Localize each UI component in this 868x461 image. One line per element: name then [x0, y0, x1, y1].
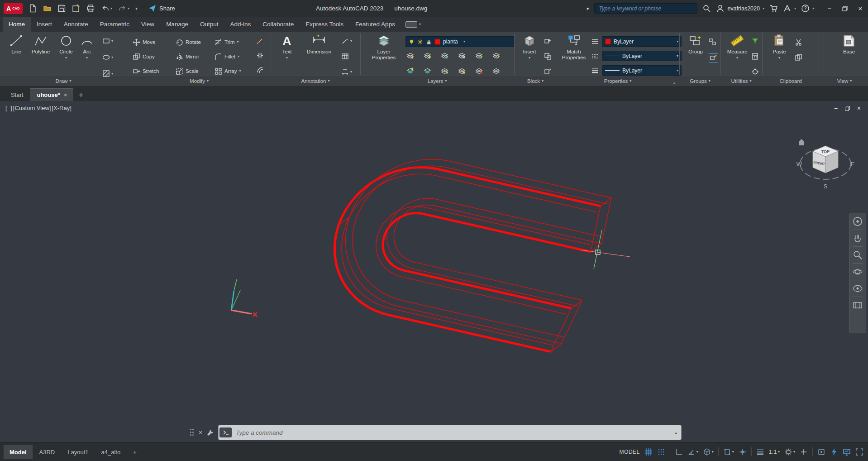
chevron-down-icon[interactable]: ▾	[239, 69, 241, 73]
minimize-button[interactable]: −	[822, 0, 837, 17]
tab-insert[interactable]: Insert	[31, 17, 58, 32]
command-input-field[interactable]: ▴	[218, 425, 682, 440]
draw-panel-label[interactable]: Draw▾	[56, 76, 72, 86]
fillet-button[interactable]: Fillet ▾	[215, 52, 239, 62]
layout-tab-a4-alto[interactable]: a4_alto	[95, 445, 127, 459]
tab-home[interactable]: Home	[3, 17, 31, 32]
chevron-down-icon[interactable]: ▾	[778, 56, 780, 60]
cut-clip-button[interactable]	[795, 38, 802, 46]
compass-east-label[interactable]: E	[851, 161, 855, 168]
ortho-mode-toggle[interactable]	[675, 448, 683, 456]
chevron-down-icon[interactable]: ▾	[128, 7, 129, 10]
hatch-tool-button[interactable]: ▾	[102, 70, 113, 77]
block-panel-label[interactable]: Block▾	[527, 76, 544, 86]
chevron-down-icon[interactable]: ▾	[736, 56, 738, 60]
compass-south-label[interactable]: S	[824, 183, 828, 190]
dimension-button[interactable]: Dimension	[300, 34, 338, 55]
new-file-icon[interactable]	[29, 4, 37, 13]
layer-unlock-button[interactable]	[458, 67, 466, 75]
undo-control[interactable]: ▾	[101, 4, 112, 13]
layer-properties-button[interactable]: Layer Properties	[365, 34, 403, 61]
ellipse-tool-button[interactable]: ▾	[102, 53, 113, 61]
ribbon-display-toggle[interactable]: ▾	[405, 17, 421, 32]
quick-select-button[interactable]	[751, 37, 759, 45]
properties-list-icon[interactable]	[591, 38, 599, 45]
performance-monitor-control[interactable]	[843, 448, 851, 456]
layer-lock-icon[interactable]	[426, 39, 432, 45]
stretch-button[interactable]: Stretch	[133, 66, 159, 76]
mirror-button[interactable]: Mirror	[176, 52, 199, 62]
share-button[interactable]: Share	[148, 4, 175, 13]
layer-walk-button[interactable]	[424, 67, 431, 75]
layer-freeze-sun-icon[interactable]	[417, 39, 423, 45]
match-properties-button[interactable]: Match Properties	[559, 34, 588, 61]
grid-display-toggle[interactable]	[644, 448, 653, 456]
look-icon[interactable]	[852, 283, 863, 294]
app-store-cart-icon[interactable]	[769, 4, 778, 13]
viewport-view-control[interactable]: [Custom View]	[13, 105, 51, 111]
lineweight-display-toggle[interactable]	[756, 448, 764, 456]
layers-panel-label[interactable]: Layers▾	[428, 76, 447, 86]
id-point-button[interactable]	[751, 68, 759, 76]
utilities-panel-label[interactable]: Utilities▾	[731, 76, 751, 86]
polar-tracking-toggle[interactable]: ▾	[687, 448, 698, 456]
command-line-bar[interactable]: × ▴	[190, 425, 682, 440]
group-button[interactable]: Group	[683, 34, 708, 55]
pan-icon[interactable]	[852, 233, 863, 244]
tab-parametric[interactable]: Parametric	[94, 17, 135, 32]
table-button[interactable]	[341, 53, 349, 60]
tab-annotate[interactable]: Annotate	[58, 17, 94, 32]
chevron-down-icon[interactable]: ▾	[529, 56, 530, 60]
layout-tab-model[interactable]: Model	[4, 445, 33, 459]
viewport-minimize-icon[interactable]: −	[834, 105, 838, 112]
paste-button[interactable]: Paste ▾	[767, 34, 792, 60]
base-view-button[interactable]: Base	[835, 34, 863, 55]
help-menu[interactable]: ? ▾	[801, 4, 814, 13]
open-folder-icon[interactable]	[43, 4, 52, 13]
qat-customize-icon[interactable]: ▾	[135, 6, 138, 11]
tab-addins[interactable]: Add-ins	[224, 17, 257, 32]
file-tab-uhouse[interactable]: uhouse* ×	[30, 88, 73, 101]
polyline-button[interactable]: Polyline	[28, 34, 53, 55]
layer-match-button[interactable]	[475, 52, 483, 59]
tab-manage[interactable]: Manage	[160, 17, 194, 32]
trim-button[interactable]: Trim ▾	[215, 37, 239, 47]
model-space-toggle[interactable]: MODEL	[620, 449, 640, 455]
viewcube[interactable]: W E S TOP FRONT WCS▾	[795, 130, 857, 198]
copy-button[interactable]: Copy	[133, 52, 155, 62]
viewport-restore-icon[interactable]	[845, 106, 850, 111]
clean-screen-control[interactable]	[855, 448, 863, 456]
new-layout-button[interactable]: +	[127, 445, 143, 459]
layout-tab-a3rd[interactable]: A3RD	[33, 445, 61, 459]
chevron-down-icon[interactable]: ▾	[732, 450, 734, 454]
tab-featured-apps[interactable]: Featured Apps	[349, 17, 401, 32]
block-editor-button[interactable]	[544, 68, 552, 76]
move-button[interactable]: Move	[133, 37, 155, 47]
save-as-icon[interactable]	[72, 4, 81, 13]
undo-icon[interactable]	[101, 4, 110, 13]
search-input[interactable]	[598, 5, 694, 12]
tab-express-tools[interactable]: Express Tools	[300, 17, 349, 32]
groups-panel-label[interactable]: Groups▾	[690, 76, 711, 86]
layout-tab-layout1[interactable]: Layout1	[62, 445, 94, 459]
circle-button[interactable]: Circle ▾	[55, 34, 77, 60]
layer-isolate-button[interactable]	[424, 52, 431, 59]
measure-button[interactable]: Measure ▾	[725, 34, 750, 60]
annotation-scale-control[interactable]: 1:1 ▾	[769, 449, 780, 455]
new-drawing-tab-button[interactable]: +	[74, 89, 87, 101]
linetype-dropdown[interactable]: ByLayer ▾	[602, 51, 682, 61]
layer-on-bulb-icon[interactable]	[409, 39, 415, 45]
view-panel-label[interactable]: View▾	[837, 76, 852, 86]
chevron-down-icon[interactable]: ▾	[86, 56, 88, 60]
arc-button[interactable]: Arc ▾	[78, 34, 96, 60]
group-edit-button[interactable]	[709, 53, 718, 63]
explode-button[interactable]	[256, 52, 264, 59]
chevron-down-icon[interactable]: ▾	[793, 450, 795, 454]
write-block-button[interactable]	[544, 53, 552, 60]
chevron-down-icon[interactable]: ▾	[110, 7, 112, 10]
drawing-area[interactable]	[0, 101, 868, 442]
layer-off-button[interactable]	[406, 52, 414, 59]
chevron-down-icon[interactable]: ▾	[463, 40, 465, 43]
annotation-panel-label[interactable]: Annotation▾	[301, 76, 329, 86]
layer-prev-button[interactable]	[492, 52, 500, 59]
